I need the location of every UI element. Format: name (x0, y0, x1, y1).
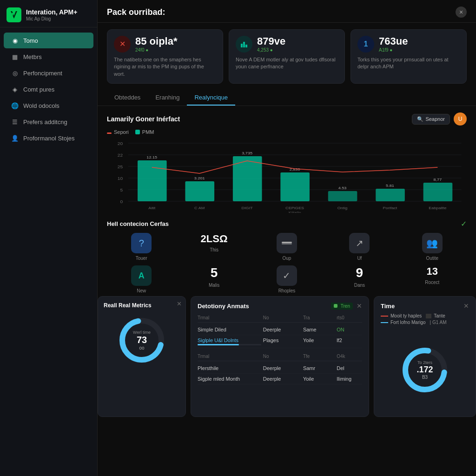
sidebar-item-preferences[interactable]: ☰Prefers additcng (4, 114, 93, 130)
sidebar-item-professional[interactable]: 👤Proformanol Stojes (4, 130, 93, 146)
chart-user-avatar[interactable]: U (454, 112, 467, 126)
right-donut-label: To 2ters (416, 360, 433, 365)
nav-icon-performance: ◎ (11, 69, 19, 77)
legend-dot-1 (135, 130, 140, 134)
sidebar-item-computers[interactable]: ◈Comt pures (4, 81, 93, 97)
center-panel-close[interactable]: ✕ (357, 302, 362, 310)
logo-icon (7, 7, 21, 22)
svg-text:Porifact: Porifact (383, 206, 398, 210)
svg-rect-0 (241, 44, 243, 47)
tab-obteddes[interactable]: Obteddes (107, 90, 148, 106)
svg-rect-1 (243, 42, 245, 47)
help-grid-row1: ? Touer 2LSΩ This Oup ↗ (107, 233, 467, 261)
metric-icon-0: ✕ (114, 36, 131, 53)
help-section: Hell contecion Cerfas ✓ ? Touer 2LSΩ Thi… (98, 216, 476, 296)
sidebar-item-performance[interactable]: ◎Perfoncipment (4, 65, 93, 81)
nav-label-professional: Proformanol Stojes (23, 135, 75, 142)
metric-desc-2: Torks this yoes your prnsucall on utes a… (357, 56, 460, 71)
metric-card-2: 1 763ue A1f9 ● Torks this yoes your prns… (350, 29, 467, 84)
svg-text:Aitit: Aitit (148, 206, 156, 210)
help-item-dans[interactable]: 9 Dans (325, 265, 394, 293)
scrollable-content: ✕ 85 oipla* 24f0 ● The natibets one on t… (98, 23, 476, 476)
td-2-1: Deerple (263, 365, 301, 371)
help-item-rhoples[interactable]: ✓ Rhoples (252, 265, 321, 293)
help-label-this: This (210, 247, 218, 252)
help-label-outite: Outite (426, 256, 438, 261)
help-item-new[interactable]: A New (107, 265, 176, 293)
search-icon: 🔍 (417, 116, 423, 122)
col-header-3: rts0 (337, 315, 362, 320)
help-title: Hell contecion Cerfas (107, 220, 169, 227)
td-1-3: lf2 (337, 337, 362, 345)
right-legend-box (426, 314, 431, 318)
svg-rect-23 (328, 191, 357, 201)
svg-text:Eabpaltte: Eabpaltte (429, 206, 447, 210)
svg-rect-19 (233, 156, 262, 201)
svg-text:Ontig: Ontig (337, 206, 348, 210)
close-button[interactable]: × (456, 7, 467, 18)
td-2-3: Del (337, 365, 362, 371)
svg-text:0: 0 (120, 199, 123, 204)
col2-header-3: O4k (337, 354, 362, 359)
col-header-0: Trmal (198, 315, 261, 320)
center-panel: Detotiony Anmats Tren ✕ Trmal No Tra (191, 296, 369, 417)
metric-desc-1: Nove A DEM motler aly at gov tudes dflso… (236, 56, 338, 71)
td-0-1: Deerple (263, 327, 301, 332)
help-label-rhoples: Rhoples (278, 288, 296, 293)
nav-icon-computers: ◈ (11, 86, 19, 93)
right-panel: Time ✕ Mooit ty haples Tante Fort lofno (374, 296, 476, 417)
help-item-oup[interactable]: Oup (252, 233, 321, 261)
legend-item-0: Sepori (107, 129, 129, 135)
help-item-touer[interactable]: ? Touer (107, 233, 176, 261)
nav-icon-professional: 👤 (11, 134, 19, 142)
help-count-this: 2LSΩ (201, 233, 228, 245)
right-legend: Mooit ty haples Tante Fort lofno Marigo … (381, 313, 469, 325)
svg-text:CEPiGES: CEPiGES (285, 206, 304, 210)
col-header-2: Tra (303, 315, 335, 320)
help-item-uf[interactable]: ↗ Uf (325, 233, 394, 261)
sidebar: Interation, APM+ Mic Ap Dlog ◉Tomo▦Metbr… (0, 0, 98, 476)
help-item-malis[interactable]: 5 Malis (179, 265, 248, 293)
right-donut: To 2ters .172 B3 (399, 344, 450, 396)
svg-rect-2 (245, 45, 247, 47)
help-item-outite[interactable]: 👥 Outite (398, 233, 467, 261)
tab-eranhing[interactable]: Eranhing (148, 90, 187, 106)
help-icon-oup (277, 233, 297, 253)
sidebar-nav: ◉Tomo▦Metbrs◎Perfoncipment◈Comt pures🌐Wo… (0, 27, 97, 476)
right-legend-line-0 (381, 316, 388, 317)
nav-label-tomo: Tomo (23, 37, 38, 44)
metrics-widget-close[interactable]: ✕ (177, 300, 182, 307)
metric-icon-1 (236, 36, 252, 53)
svg-text:8,77: 8,77 (434, 178, 442, 182)
sidebar-item-metrics[interactable]: ▦Metbrs (4, 49, 93, 65)
svg-text:3,735: 3,735 (242, 151, 252, 155)
left-donut-label: Werl time (133, 330, 151, 335)
td-3-2: Yoile (303, 376, 335, 382)
chart-search-label: Seapnor (425, 116, 445, 122)
right-legend-line-1 (381, 322, 388, 323)
help-label-dans: Dans (354, 283, 365, 288)
help-item-rocect[interactable]: 13 Rocect (398, 265, 467, 293)
bottom-area: Reall Real Metrics ✕ Werl time 73 oo (98, 296, 476, 422)
svg-text:5.81: 5.81 (386, 184, 394, 188)
chart-search-btn[interactable]: 🔍 Seapnor (412, 114, 450, 125)
metric-value-2: 763ue (379, 35, 408, 47)
help-item-this[interactable]: 2LSΩ This (179, 233, 248, 261)
legend-label-1: PMM (142, 129, 154, 135)
legend-label-0: Sepori (114, 129, 129, 135)
metric-icon-2: 1 (357, 36, 374, 53)
right-panel-close[interactable]: ✕ (463, 302, 469, 310)
td-1-1: Plages (263, 337, 301, 345)
help-label-oup: Oup (283, 256, 291, 261)
sidebar-item-world[interactable]: 🌐Wold odocols (4, 98, 93, 113)
left-donut: Werl time 73 oo (116, 315, 167, 366)
right-legend-label-1: Tante (434, 313, 445, 318)
sidebar-item-tomo[interactable]: ◉Tomo (4, 33, 93, 48)
table-row: Sigple mled Month Deerple Yoile Iliming (198, 374, 362, 384)
help-label-malis: Malis (209, 283, 219, 288)
td-3-1: Deerple (263, 376, 301, 382)
tab-realyncique[interactable]: Realyncique (187, 90, 235, 106)
metric-cards-row: ✕ 85 oipla* 24f0 ● The natibets one on t… (98, 23, 476, 90)
table-row: Simple Diled Deerple Same ON (198, 324, 362, 335)
help-grid-row2: A New 5 Malis ✓ Rhoples 9 Dans (107, 265, 467, 293)
